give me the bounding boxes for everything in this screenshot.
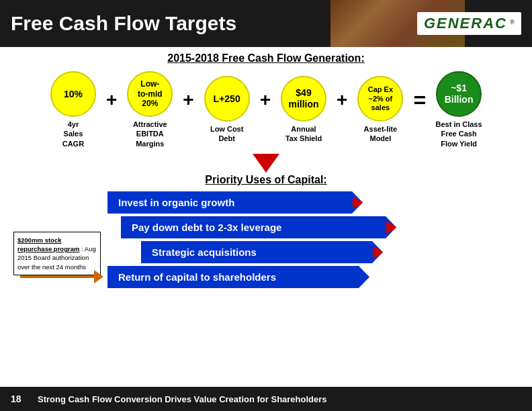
circle-1: 10% [50,71,96,117]
bar-row-3: Strategic acquisitions ▶ [107,241,519,263]
logo-area: GENERAC ® [417,12,521,35]
flow-label-3: Low CostDebt [210,124,244,144]
plus-2: + [183,89,193,111]
flow-item-5: Cap Ex~2% ofsales Asset-liteModel [350,76,410,144]
bar-row-2: Pay down debt to 2-3x leverage ▶ [107,216,519,238]
bar-row-1: Invest in organic growth ▶ [107,191,519,214]
plus-3: + [260,89,271,111]
page-title: Free Cash Flow Targets [11,12,236,35]
circle-4: $49million [281,76,326,122]
flow-item-3: L+250 Low CostDebt [197,76,257,144]
plus-4: + [337,89,347,111]
flow-item-2: Low-to-mid20% AttractiveEBITDAMargins [120,71,180,148]
footer: 18 Strong Cash Flow Conversion Drives Va… [0,387,532,411]
bar-1-text: Invest in organic growth [118,197,234,208]
circle-2: Low-to-mid20% [127,71,173,117]
bar-3: Strategic acquisitions ▶ [141,241,383,263]
equals-sign: = [413,88,426,113]
bar-row-4: Return of capital to shareholders [107,266,519,288]
red-arrow-2: ▶ [386,218,398,236]
flow-label-6: Best in ClassFree CashFlow Yield [436,120,482,148]
bar-1: Invest in organic growth ▶ [107,191,363,214]
logo-text: GENERAC [424,15,507,32]
bar-3-text: Strategic acquisitions [152,246,257,258]
flow-label-2: AttractiveEBITDAMargins [133,120,167,148]
stock-box: $200mm stock repurchase program : Aug 20… [13,232,101,275]
bar-2-text: Pay down debt to 2-3x leverage [132,222,281,233]
section1-title: 2015-2018 Free Cash Flow Generation: [13,52,519,64]
flow-equation: 10% 4yrSalesCAGR + Low-to-mid20% Attract… [13,71,519,148]
stock-box-title: $200mm stock repurchase program [17,236,79,253]
circle-5: Cap Ex~2% ofsales [357,76,403,122]
flow-label-5: Asset-liteModel [364,124,398,144]
bar-4: Return of capital to shareholders [107,266,369,288]
main-content: 2015-2018 Free Cash Flow Generation: 10%… [0,47,532,288]
plus-1: + [106,89,117,111]
flow-item-6: ~$1Billion Best in ClassFree CashFlow Yi… [429,71,489,148]
down-arrow-icon [253,154,279,173]
circle-3: L+250 [204,76,250,122]
footer-text: Strong Cash Flow Conversion Drives Value… [38,394,327,404]
flow-label-4: AnnualTax Shield [285,124,322,144]
circle-6: ~$1Billion [436,71,482,117]
flow-label-1: 4yrSalesCAGR [62,120,84,148]
header: Free Cash Flow Targets GENERAC ® [0,0,532,47]
orange-arrow [20,270,103,283]
priority-title: Priority Uses of Capital: [13,174,519,186]
bar-4-text: Return of capital to shareholders [118,271,276,283]
red-arrow-3: ▶ [373,243,384,261]
page-number: 18 [11,394,27,404]
down-arrow-container [13,154,519,173]
bars-container: $200mm stock repurchase program : Aug 20… [13,191,519,288]
red-arrow-1: ▶ [353,193,364,211]
flow-item-1: 10% 4yrSalesCAGR [43,71,103,148]
bar-2: Pay down debt to 2-3x leverage ▶ [121,216,396,238]
flow-item-4: $49million AnnualTax Shield [273,76,334,144]
